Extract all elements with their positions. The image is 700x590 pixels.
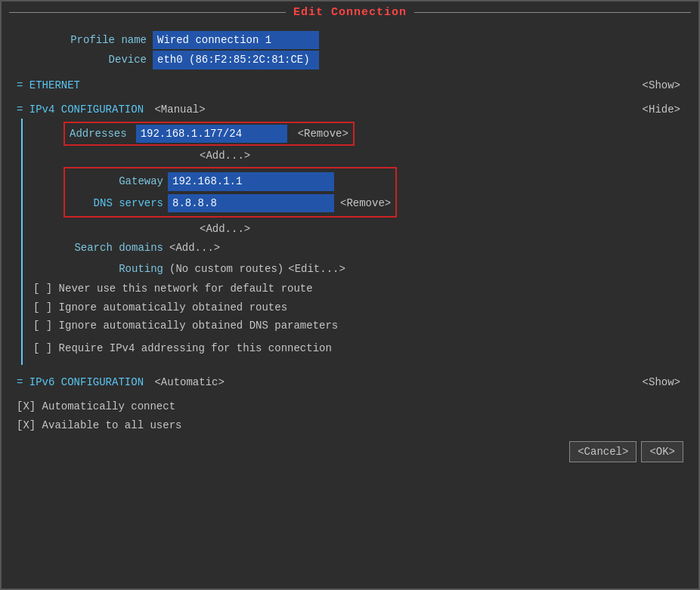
ethernet-section-row: = ETHERNET <Show>	[17, 77, 683, 94]
ipv4-mode[interactable]: <Manual>	[154, 103, 205, 116]
gateway-row: Gateway 192.168.1.1	[70, 172, 391, 190]
device-value[interactable]: eth0 (86:F2:85:2C:81:CE)	[153, 51, 319, 69]
device-row: Device eth0 (86:F2:85:2C:81:CE)	[17, 51, 683, 69]
ipv6-section-row: = IPv6 CONFIGURATION <Automatic> <Show>	[17, 374, 683, 391]
ok-button[interactable]: <OK>	[641, 441, 683, 462]
checkbox2[interactable]: [ ] Ignore automatically obtained routes	[33, 299, 287, 316]
checkbox1[interactable]: [ ] Never use this network for default r…	[33, 280, 313, 297]
dialog-title: Edit Connection	[293, 6, 407, 19]
routing-label: Routing	[33, 261, 169, 277]
checkbox1-row: [ ] Never use this network for default r…	[33, 280, 683, 297]
device-label: Device	[17, 51, 153, 68]
auto-connect[interactable]: [X] Automatically connect	[17, 398, 175, 415]
gateway-value[interactable]: 192.168.1.1	[168, 172, 334, 190]
ipv4-hide[interactable]: <Hide>	[643, 101, 680, 118]
title-bar-left-line	[9, 12, 286, 13]
ipv6-header: = IPv6 CONFIGURATION <Automatic>	[17, 374, 225, 391]
routing-value: (No custom routes)	[169, 261, 283, 277]
profile-label: Profile name	[17, 32, 153, 48]
ipv4-header-row: = IPv4 CONFIGURATION <Manual> <Hide>	[17, 101, 683, 118]
cancel-button[interactable]: <Cancel>	[569, 441, 637, 462]
addresses-box: Addresses 192.168.1.177/24 <Remove>	[63, 122, 355, 146]
ipv6-mode[interactable]: <Automatic>	[154, 376, 224, 388]
routing-row: Routing (No custom routes) <Edit...>	[33, 261, 683, 277]
dns-add[interactable]: <Add...>	[200, 223, 250, 235]
dialog-content: Profile name Wired connection 1 Device e…	[2, 23, 698, 588]
checkbox4[interactable]: [ ] Require IPv4 addressing for this con…	[33, 340, 332, 357]
checkbox3[interactable]: [ ] Ignore automatically obtained DNS pa…	[33, 317, 338, 334]
ethernet-show[interactable]: <Show>	[643, 77, 680, 94]
checkbox4-row: [ ] Require IPv4 addressing for this con…	[33, 340, 683, 357]
profile-row: Profile name Wired connection 1	[17, 31, 683, 49]
dns-add-row: <Add...>	[200, 221, 683, 237]
addresses-add-row: <Add...>	[200, 147, 683, 164]
ipv4-body: Addresses 192.168.1.177/24 <Remove> <Add…	[21, 119, 683, 365]
checkbox2-row: [ ] Ignore automatically obtained routes	[33, 299, 683, 316]
bottom-buttons: <Cancel> <OK>	[17, 441, 683, 462]
routing-edit[interactable]: <Edit...>	[288, 261, 345, 277]
terminal-window: Edit Connection Profile name Wired conne…	[0, 0, 700, 590]
addresses-remove[interactable]: <Remove>	[298, 125, 348, 142]
title-bar: Edit Connection	[2, 2, 698, 23]
addresses-add[interactable]: <Add...>	[200, 150, 250, 162]
title-bar-right-line	[414, 12, 691, 13]
checkbox3-row: [ ] Ignore automatically obtained DNS pa…	[33, 317, 683, 334]
search-label: Search domains	[33, 239, 169, 256]
ipv6-show[interactable]: <Show>	[643, 374, 680, 391]
profile-value[interactable]: Wired connection 1	[153, 31, 319, 49]
dns-value[interactable]: 8.8.8.8	[168, 194, 334, 212]
gateway-label: Gateway	[70, 173, 168, 190]
search-domains-row: Search domains <Add...>	[33, 239, 683, 256]
dns-row: DNS servers 8.8.8.8 <Remove>	[70, 194, 391, 212]
addresses-value[interactable]: 192.168.1.177/24	[136, 125, 287, 143]
gateway-dns-box: Gateway 192.168.1.1 DNS servers 8.8.8.8 …	[63, 167, 397, 218]
dns-remove[interactable]: <Remove>	[340, 195, 391, 212]
addresses-label: Addresses	[70, 125, 132, 142]
dns-label: DNS servers	[70, 195, 168, 212]
ipv4-header-label: = IPv4 CONFIGURATION <Manual>	[17, 101, 206, 118]
ethernet-label: = ETHERNET	[17, 77, 80, 94]
auto-connect-row: [X] Automatically connect	[17, 398, 683, 415]
available-users-row: [X] Available to all users	[17, 417, 683, 434]
search-add[interactable]: <Add...>	[169, 239, 220, 256]
available-users[interactable]: [X] Available to all users	[17, 417, 181, 434]
